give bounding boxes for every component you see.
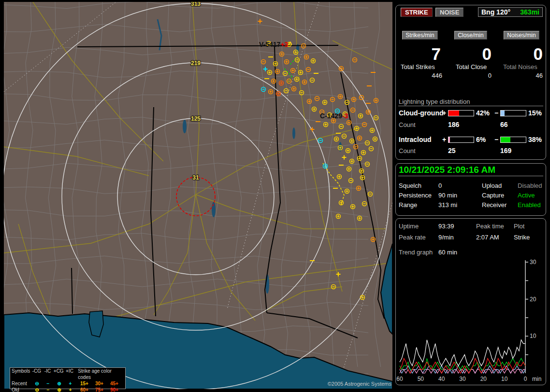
datetime-display: 10/21/2025 2:09:16 AM bbox=[399, 165, 495, 175]
svg-text:10: 10 bbox=[530, 333, 536, 339]
ic-positive-count: 25 bbox=[448, 147, 456, 154]
lightning-map[interactable]: 313 219 125 31 V-5417+3^ C-1429-3 bbox=[4, 2, 392, 389]
trac-cell-v5417: V-5417+3^ bbox=[259, 41, 292, 48]
range-value: 313 mi bbox=[438, 201, 457, 209]
range-label: Range bbox=[399, 201, 417, 209]
ring-label-313: 313 bbox=[191, 2, 201, 7]
bearing-label: Bng 120° bbox=[481, 8, 510, 16]
old-pic-icon: + bbox=[65, 387, 76, 392]
old-pcg-icon: ⊕ bbox=[54, 387, 65, 392]
peak-time-label: Peak time bbox=[476, 223, 504, 230]
total-noises-value: 46 bbox=[503, 72, 543, 79]
ic-positive-bar bbox=[448, 137, 474, 143]
total-strikes-label: Total Strikes bbox=[401, 63, 442, 70]
legend-ncg-header: -CG bbox=[31, 368, 42, 380]
close-per-min-value: 0 bbox=[450, 45, 492, 62]
upload-label: Upload bbox=[482, 182, 502, 189]
svg-text:30: 30 bbox=[530, 259, 536, 266]
total-strikes-value: 446 bbox=[401, 72, 442, 79]
persistence-value: 90 min bbox=[438, 192, 457, 199]
cg-positive-count: 186 bbox=[448, 121, 459, 128]
svg-text:30: 30 bbox=[459, 376, 466, 382]
svg-text:40: 40 bbox=[438, 376, 445, 382]
plot-label: Plot bbox=[514, 223, 524, 230]
nexstorm-window: 313 219 125 31 V-5417+3^ C-1429-3 Symbol… bbox=[0, 0, 550, 392]
receiver-status: Enabled bbox=[518, 201, 541, 209]
trac-cell-c1429: C-1429-3 bbox=[320, 112, 348, 120]
close-per-min-header: Close/min bbox=[454, 31, 487, 40]
bearing-display: Bng 120° 363mi bbox=[478, 7, 543, 17]
bearing-range: 363mi bbox=[520, 8, 539, 16]
cg-positive-bar bbox=[448, 110, 474, 116]
ic-negative-pct: 38% bbox=[528, 136, 542, 143]
ring-label-125: 125 bbox=[191, 115, 201, 122]
squelch-value: 0 bbox=[438, 182, 442, 189]
cg-positive-pct: 42% bbox=[476, 109, 490, 117]
cg-negative-pct: 15% bbox=[528, 109, 542, 117]
legend-old-row: Old ⊖ − ⊕ + 60+ 75+ 90+ bbox=[10, 387, 125, 392]
squelch-label: Squelch bbox=[399, 182, 421, 189]
old-nic-icon: − bbox=[43, 387, 54, 392]
strike-button[interactable]: STRIKE bbox=[401, 8, 433, 17]
svg-text:0: 0 bbox=[524, 376, 527, 382]
peak-rate-value: 9/min bbox=[438, 234, 454, 241]
legend-symbols-header: Symbols bbox=[12, 368, 31, 380]
trend-graph-label: Trend graph bbox=[399, 249, 433, 256]
noises-per-min-value: 0 bbox=[500, 45, 543, 62]
noises-per-min-header: Noises/min bbox=[504, 31, 539, 40]
ic-negative-count: 169 bbox=[500, 147, 511, 154]
capture-status: Active bbox=[518, 192, 535, 199]
peak-time-value: 2:07 AM bbox=[476, 234, 499, 241]
legend-header-row: Symbols -CG -IC +CG +IC Strike age color… bbox=[10, 368, 125, 380]
legend-age-header: Strike age color codes bbox=[75, 368, 125, 380]
strikes-per-min-value: 7 bbox=[399, 45, 441, 62]
ring-label-219: 219 bbox=[191, 60, 201, 67]
svg-text:20: 20 bbox=[530, 296, 536, 303]
copyright-text: ©2005 Astrogenic Systems bbox=[4, 381, 392, 387]
cloud-ground-label: Cloud-ground bbox=[399, 109, 444, 117]
ic-count-label: Count bbox=[399, 147, 416, 154]
capture-label: Capture bbox=[482, 192, 504, 199]
noise-button[interactable]: NOISE bbox=[435, 8, 463, 17]
ic-negative-bar bbox=[500, 137, 526, 143]
ic-positive-pct: 6% bbox=[476, 136, 486, 143]
old-ncg-icon: ⊖ bbox=[31, 387, 43, 392]
svg-text:min: min bbox=[532, 376, 541, 382]
strikes-per-min-header: Strikes/min bbox=[402, 31, 437, 40]
peak-rate-label: Peak rate bbox=[399, 234, 426, 241]
plot-value: Strike bbox=[514, 234, 530, 241]
legend-pic-header: +IC bbox=[64, 368, 75, 380]
ring-label-31: 31 bbox=[192, 174, 199, 181]
trend-box: Uptime 93:39 Peak time Plot Peak rate 9/… bbox=[395, 218, 546, 385]
intracloud-label: Intracloud bbox=[399, 136, 432, 143]
cg-negative-count: 66 bbox=[500, 121, 508, 128]
status-box: 10/21/2025 2:09:16 AM Squelch 0 Upload D… bbox=[395, 163, 546, 216]
svg-text:10: 10 bbox=[501, 376, 508, 382]
uptime-label: Uptime bbox=[399, 223, 419, 230]
total-noises-label: Total Noises bbox=[503, 63, 543, 70]
cg-negative-bar bbox=[500, 110, 526, 116]
receiver-label: Receiver bbox=[482, 201, 507, 209]
legend-pcg-header: +CG bbox=[53, 368, 64, 380]
total-close-label: Total Close bbox=[456, 63, 492, 70]
upload-status: Disabled bbox=[518, 182, 542, 189]
uptime-value: 93:39 bbox=[438, 223, 454, 230]
trend-window-value: 60 min bbox=[438, 249, 457, 256]
trend-graph-chart: 1020306050403020100min bbox=[396, 259, 546, 384]
distribution-title: Lightning type distribution bbox=[399, 98, 470, 105]
svg-text:20: 20 bbox=[480, 376, 487, 382]
svg-text:60: 60 bbox=[396, 376, 403, 382]
legend-nic-header: -IC bbox=[42, 368, 53, 380]
strike-stats-box: STRIKE NOISE Bng 120° 363mi Strikes/min … bbox=[395, 5, 546, 160]
persistence-label: Persistence bbox=[399, 192, 432, 199]
svg-text:50: 50 bbox=[418, 376, 424, 382]
cg-count-label: Count bbox=[399, 121, 416, 128]
total-close-value: 0 bbox=[456, 72, 492, 79]
